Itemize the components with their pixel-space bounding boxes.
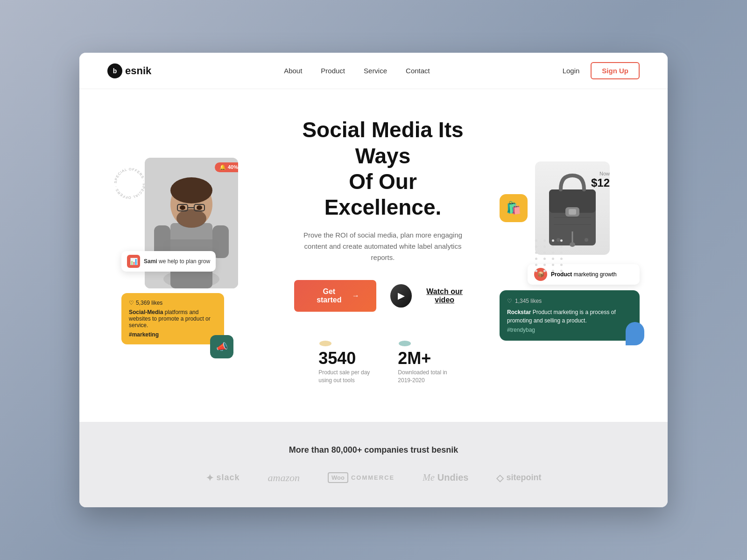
trust-title: More than 80,000+ companies trust besnik <box>107 445 640 455</box>
stat-1-label: Product sale per day using out tools <box>318 369 370 385</box>
browser-window: b esnik About Product Service Contact Lo… <box>79 53 668 507</box>
stats-area: 3540 Product sale per day using out tool… <box>294 340 472 385</box>
nav-item-contact[interactable]: Contact <box>406 67 430 75</box>
signup-button[interactable]: Sign Up <box>591 62 640 79</box>
hero-title: Social Media Its Ways Of Our Excellence. <box>294 117 472 220</box>
brand-slack: ✦ slack <box>206 472 240 483</box>
hero-section: SPECIAL OFFERS · SPECIAL OFFERS · <box>79 89 668 421</box>
svg-point-17 <box>399 341 411 346</box>
arrow-icon: → <box>352 292 359 300</box>
likes-row: ♡ 5,369 likes <box>129 300 217 306</box>
sitepoint-label: sitepoint <box>506 473 541 483</box>
stat-1: 3540 Product sale per day using out tool… <box>318 340 370 385</box>
svg-point-23 <box>570 242 575 247</box>
slack-icon: ✦ <box>206 472 214 483</box>
slack-label: slack <box>217 473 240 483</box>
trust-section: More than 80,000+ companies trust besnik… <box>79 422 668 507</box>
bag-icon: 🛍️ <box>500 194 528 222</box>
hero-left: SPECIAL OFFERS · SPECIAL OFFERS · <box>107 158 266 344</box>
meundies-label: Me <box>423 472 435 483</box>
woocommerce-icon: Woo <box>328 472 348 483</box>
stat-1-number: 3540 <box>318 350 370 367</box>
svg-point-16 <box>319 341 331 346</box>
stat-2-icon <box>398 340 412 347</box>
sami-icon: 📊 <box>127 255 140 268</box>
dots-decoration <box>535 239 565 272</box>
blue-decoration <box>626 322 644 345</box>
brand-amazon: amazon <box>268 472 300 484</box>
login-button[interactable]: Login <box>563 67 580 75</box>
svg-point-12 <box>197 205 202 210</box>
product-likes: ♡ 1,345 likes <box>507 298 632 304</box>
hero-subtitle: Prove the ROI of social media, plan more… <box>299 230 467 263</box>
bag-area: 🛍️ <box>500 161 640 255</box>
stat-2-number: 2M+ <box>398 350 447 367</box>
brand-meundies: Me Undies <box>423 472 468 483</box>
notification-badge: 🔔 40% <box>215 162 238 172</box>
hero-right: 🛍️ <box>500 161 640 341</box>
sitepoint-icon: ◇ <box>496 472 503 483</box>
brand-sitepoint: ◇ sitepoint <box>496 472 541 483</box>
stat-2: 2M+ Downloaded total in 2019-2020 <box>398 340 447 385</box>
logo: b esnik <box>107 63 151 78</box>
sami-card: 📊 Sami we help to plan grow <box>121 251 216 272</box>
get-started-button[interactable]: Get started → <box>294 280 376 312</box>
nav-item-product[interactable]: Product <box>321 67 345 75</box>
play-icon: ▶ <box>390 284 412 308</box>
hero-actions: Get started → ▶ Watch our video <box>294 280 472 312</box>
woocommerce-label: COMMERCE <box>351 474 395 481</box>
nav-item-service[interactable]: Service <box>364 67 387 75</box>
price-tag: Now $12 <box>591 171 610 189</box>
svg-point-25 <box>585 238 588 242</box>
hero-center: Social Media Its Ways Of Our Excellence.… <box>266 117 500 384</box>
svg-point-7 <box>176 209 206 228</box>
product-description: Rockstar Product marketing is a process … <box>507 308 632 325</box>
logo-icon: b <box>107 63 122 78</box>
amazon-label: amazon <box>268 472 300 484</box>
svg-point-11 <box>180 205 185 210</box>
stat-2-label: Downloaded total in 2019-2020 <box>398 369 447 385</box>
dark-product-card: ♡ 1,345 likes Rockstar Product marketing… <box>500 290 640 341</box>
yellow-card: ♡ 5,369 likes Social-Media platforms and… <box>121 293 224 344</box>
watch-video-button[interactable]: ▶ Watch our video <box>390 284 472 308</box>
nav-item-about[interactable]: About <box>284 67 302 75</box>
product-hashtag: #trendybag <box>507 327 632 333</box>
brand-woocommerce: Woo COMMERCE <box>328 472 395 483</box>
nav-links: About Product Service Contact <box>284 67 430 75</box>
stat-1-icon <box>318 340 332 347</box>
teal-action-button[interactable]: 📣 <box>210 335 233 358</box>
svg-text:SPECIAL OFFERS · SPECIAL OFFER: SPECIAL OFFERS · SPECIAL OFFERS · <box>113 167 146 199</box>
navbar: b esnik About Product Service Contact Lo… <box>79 53 668 89</box>
svg-rect-21 <box>569 209 576 215</box>
svg-point-6 <box>170 177 212 203</box>
circle-label: SPECIAL OFFERS · SPECIAL OFFERS · <box>111 165 148 204</box>
nav-actions: Login Sign Up <box>563 62 640 79</box>
brands-list: ✦ slack amazon Woo COMMERCE Me Undies ◇ … <box>107 472 640 484</box>
logo-text: esnik <box>125 65 151 77</box>
